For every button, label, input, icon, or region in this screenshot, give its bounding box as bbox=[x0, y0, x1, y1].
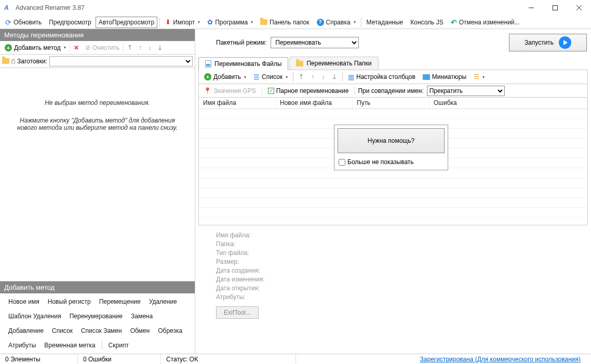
refresh-button[interactable]: ⟳Обновить bbox=[2, 17, 45, 28]
presets-select[interactable] bbox=[49, 56, 193, 66]
pin-icon: 📍 bbox=[204, 87, 211, 95]
file-icon bbox=[205, 60, 211, 68]
chevron-down-icon: ▾ bbox=[286, 75, 288, 79]
chevron-down-icon: ▾ bbox=[354, 20, 356, 24]
file-toolbar-2: 📍Значения GPS ✓Парное переименование При… bbox=[198, 84, 588, 98]
detail-attrs: Атрибуты: bbox=[216, 293, 570, 301]
method-timestamp[interactable]: Временная метка bbox=[40, 340, 99, 350]
collision-select[interactable]: Прекратить bbox=[427, 86, 505, 96]
undo-button[interactable]: ↶Отмена изменений... bbox=[448, 17, 523, 28]
method-new-case[interactable]: Новый регистр bbox=[44, 296, 95, 307]
add-method-button[interactable]: +Добавить метод▾ bbox=[2, 43, 69, 52]
batch-mode-select[interactable]: Переименовать bbox=[271, 37, 359, 48]
statusbar: 0 Элементы 0 Ошибки Статус: OK Зарегистр… bbox=[0, 354, 591, 364]
arrow-bottom-icon: ⤓ bbox=[332, 73, 337, 80]
remove-method-button[interactable]: ✕ bbox=[71, 43, 82, 52]
table-row bbox=[199, 178, 587, 188]
plus-icon: + bbox=[5, 44, 12, 51]
thumbnails-button[interactable]: Миниатюры bbox=[420, 72, 469, 82]
svg-text:A: A bbox=[4, 4, 9, 11]
folder-icon bbox=[260, 19, 267, 25]
col-newname[interactable]: Новое имя файла bbox=[276, 98, 353, 109]
file-toolbar: +Добавить▾ ☰Список▾ ⤒ ↑ ↓ ⤓ ▥Настройка с… bbox=[198, 70, 588, 84]
sort-top-button[interactable]: ⤒ bbox=[296, 72, 307, 82]
metadata-button[interactable]: Метаданные bbox=[364, 17, 407, 28]
collision-label: При совпадении имен: bbox=[358, 87, 423, 95]
console-js-button[interactable]: Консоль JS bbox=[407, 17, 446, 28]
method-script[interactable]: Скрипт bbox=[104, 340, 133, 350]
method-renumber[interactable]: Перенумерование bbox=[65, 311, 127, 321]
move-top-button[interactable]: ⤒ bbox=[125, 43, 135, 52]
clear-methods-button[interactable]: ⊘Очистить bbox=[83, 43, 122, 52]
gps-button[interactable]: 📍Значения GPS bbox=[201, 86, 259, 96]
main-toolbar: ⟳Обновить Предпросмотр АвтоПредпросмотр … bbox=[0, 16, 591, 29]
auto-preview-label: АвтоПредпросмотр bbox=[99, 19, 155, 26]
save-preset-icon[interactable]: ⎙ bbox=[11, 58, 15, 65]
pair-rename-toggle[interactable]: ✓Парное переименование bbox=[265, 86, 352, 96]
x-icon: ✕ bbox=[74, 44, 79, 51]
move-bottom-button[interactable]: ⤓ bbox=[155, 43, 165, 52]
empty-line2: Нажмите кнопку "Добавить метод" для доба… bbox=[10, 117, 184, 131]
method-list-replace[interactable]: Список Замен bbox=[77, 326, 126, 336]
auto-preview-button[interactable]: АвтоПредпросмотр bbox=[96, 17, 158, 28]
detail-size: Размер: bbox=[216, 258, 570, 265]
method-remove-pattern[interactable]: Шаблон Удаления bbox=[4, 311, 65, 321]
plus-icon: + bbox=[204, 73, 211, 80]
close-button[interactable] bbox=[567, 0, 591, 16]
move-down-button[interactable]: ↓ bbox=[145, 43, 154, 52]
gear-icon: ✿ bbox=[207, 18, 213, 26]
registration-link[interactable]: Зарегистрирована (Для коммерческого испо… bbox=[410, 356, 591, 363]
maximize-button[interactable] bbox=[543, 0, 567, 16]
move-up-button[interactable]: ↑ bbox=[136, 43, 144, 52]
add-files-button[interactable]: +Добавить▾ bbox=[201, 72, 249, 82]
columns-button[interactable]: ▥Настройка столбцов bbox=[345, 72, 419, 82]
program-button[interactable]: ✿Программа▾ bbox=[204, 17, 256, 28]
app-icon: A bbox=[4, 4, 12, 12]
list-icon: ☰ bbox=[253, 73, 260, 81]
need-help-button[interactable]: Нужна помощь? bbox=[338, 128, 445, 153]
method-list[interactable]: Список bbox=[48, 326, 77, 336]
view-mode-button[interactable]: ☰▾ bbox=[471, 72, 488, 82]
sort-down-button[interactable]: ↓ bbox=[318, 72, 328, 82]
chevron-down-icon: ▾ bbox=[482, 75, 485, 79]
empty-line1: Не выбран метод переименования. bbox=[10, 99, 184, 106]
presets-label: Заготовки: bbox=[17, 58, 47, 65]
preview-button[interactable]: Предпросмотр bbox=[46, 17, 94, 28]
import-button[interactable]: ⬇Импорт▾ bbox=[162, 17, 203, 28]
thumbnail-icon bbox=[423, 74, 430, 80]
method-remove[interactable]: Удаление bbox=[145, 296, 181, 307]
method-add[interactable]: Добавление bbox=[4, 326, 48, 336]
method-trim[interactable]: Обрезка bbox=[154, 326, 186, 336]
method-move[interactable]: Перемещение bbox=[95, 296, 145, 307]
arrow-top-icon: ⤒ bbox=[127, 44, 132, 51]
method-attributes[interactable]: Атрибуты bbox=[4, 340, 40, 350]
col-path[interactable]: Путь bbox=[353, 98, 429, 109]
folder-panel-button[interactable]: Панель папок bbox=[257, 17, 312, 28]
col-error[interactable]: Ошибка bbox=[429, 98, 587, 109]
method-new-name[interactable]: Новое имя bbox=[4, 296, 44, 307]
method-swap[interactable]: Обмен bbox=[126, 326, 154, 336]
help-button[interactable]: ?Справка▾ bbox=[314, 17, 359, 28]
tab-rename-folders[interactable]: Переименовать Папки bbox=[289, 57, 378, 70]
run-button[interactable]: Запустить bbox=[509, 34, 587, 51]
metadata-label: Метаданные bbox=[367, 19, 404, 26]
list-button[interactable]: ☰Список▾ bbox=[250, 72, 291, 82]
folder-icon[interactable] bbox=[2, 58, 9, 64]
console-js-label: Консоль JS bbox=[410, 19, 443, 26]
method-links: Новое имя Новый регистр Перемещение Удал… bbox=[0, 293, 195, 354]
detail-opened: Дата открытия: bbox=[216, 285, 570, 292]
help-icon: ? bbox=[317, 19, 324, 26]
minimize-button[interactable] bbox=[519, 0, 543, 16]
tab-rename-files[interactable]: Переименовать Файлы bbox=[198, 57, 288, 70]
undo-label: Отмена изменений... bbox=[459, 19, 520, 26]
col-filename[interactable]: Имя файла bbox=[199, 98, 276, 109]
sort-bottom-button[interactable]: ⤓ bbox=[329, 72, 340, 82]
sort-up-button[interactable]: ↑ bbox=[308, 72, 317, 82]
method-replace[interactable]: Замена bbox=[127, 311, 157, 321]
dont-show-checkbox[interactable] bbox=[339, 159, 345, 166]
pair-label: Парное переименование bbox=[276, 87, 349, 95]
exiftool-button[interactable]: ExifTool... bbox=[216, 306, 259, 319]
chevron-down-icon: ▾ bbox=[244, 75, 246, 79]
undo-icon: ↶ bbox=[451, 18, 457, 26]
table-row bbox=[199, 198, 587, 208]
